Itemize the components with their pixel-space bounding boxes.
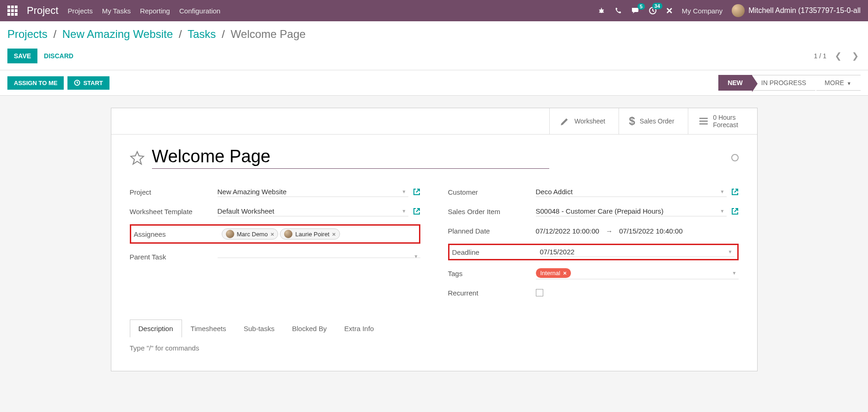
brand[interactable]: Project	[27, 5, 58, 17]
chevron-down-icon[interactable]: ▼	[732, 271, 737, 276]
soi-input[interactable]: S00048 - Customer Care (Prepaid Hours)▼	[536, 206, 727, 216]
tab-subtasks[interactable]: Sub-tasks	[235, 320, 284, 338]
nav-mytasks[interactable]: My Tasks	[102, 7, 131, 15]
forecast-button[interactable]: 0 Hours Forecast	[688, 108, 757, 134]
customer-label: Customer	[448, 188, 536, 196]
parent-input[interactable]: ▼	[218, 256, 420, 258]
action-row: SAVE DISCARD 1 / 1 ❮ ❯	[0, 45, 868, 70]
stage-bar: NEW IN PROGRESS MORE▼	[718, 75, 861, 91]
worksheet-template-field: Worksheet Template Default Worksheet▼	[130, 205, 420, 218]
wt-label: Worksheet Template	[130, 208, 218, 215]
pager-count: 1 / 1	[814, 52, 826, 60]
assignees-input[interactable]: Marc Demo × Laurie Poiret ×	[222, 228, 416, 240]
parent-label: Parent Task	[130, 253, 218, 261]
recurrent-field: Recurrent	[448, 286, 739, 299]
remove-icon[interactable]: ×	[271, 231, 274, 238]
apps-icon[interactable]	[7, 6, 18, 16]
nav-config[interactable]: Configuration	[179, 7, 220, 15]
assignees-label: Assignees	[134, 230, 222, 238]
assignee-chip: Laurie Poiret ×	[280, 228, 340, 240]
chevron-down-icon[interactable]: ▼	[414, 254, 419, 259]
wt-input[interactable]: Default Worksheet▼	[218, 206, 408, 216]
worksheet-button[interactable]: Worksheet	[549, 108, 619, 134]
chevron-down-icon: ▼	[847, 81, 851, 86]
stage-more[interactable]: MORE▼	[815, 75, 861, 91]
user-menu[interactable]: Mitchell Admin (17357797-15-0-all	[732, 4, 861, 17]
tag-chip: Internal ×	[536, 268, 571, 278]
discard-button[interactable]: DISCARD	[37, 49, 80, 63]
soi-label: Sales Order Item	[448, 208, 536, 215]
nav-reporting[interactable]: Reporting	[140, 7, 170, 15]
external-link-icon[interactable]	[731, 208, 739, 215]
activity-icon[interactable]: 34	[649, 6, 657, 15]
chat-badge: 5	[637, 3, 645, 10]
tab-extra-info[interactable]: Extra Info	[335, 320, 382, 338]
customer-input[interactable]: Deco Addict▼	[536, 187, 727, 197]
assign-to-me-button[interactable]: ASSIGN TO ME	[7, 76, 64, 90]
tab-description[interactable]: Description	[130, 320, 182, 338]
stage-in-progress[interactable]: IN PROGRESS	[752, 75, 815, 91]
list-icon	[698, 117, 709, 125]
sales-order-button[interactable]: $ Sales Order	[619, 108, 688, 134]
tags-label: Tags	[448, 270, 536, 277]
chevron-down-icon[interactable]: ▼	[720, 189, 725, 194]
phone-icon[interactable]	[614, 7, 622, 14]
planned-date-field: Planned Date 07/12/2022 10:00:00 → 07/15…	[448, 224, 739, 237]
deadline-field: Deadline 07/15/2022▼	[448, 244, 739, 260]
tabs: Description Timesheets Sub-tasks Blocked…	[111, 315, 757, 338]
tab-timesheets[interactable]: Timesheets	[182, 320, 235, 338]
smart-buttons: Worksheet $ Sales Order 0 Hours Forecast	[111, 108, 757, 135]
pager-prev-icon[interactable]: ❮	[833, 51, 844, 61]
tags-input[interactable]: Internal × ▼	[536, 267, 739, 279]
kanban-state-icon[interactable]	[731, 154, 739, 161]
crumb-tasks[interactable]: Tasks	[188, 28, 216, 40]
tab-blocked-by[interactable]: Blocked By	[283, 320, 335, 338]
chevron-down-icon[interactable]: ▼	[728, 249, 733, 254]
avatar	[732, 4, 745, 17]
sales-order-item-field: Sales Order Item S00048 - Customer Care …	[448, 205, 739, 218]
left-column: Project New Amazing Website▼ Worksheet T…	[130, 185, 420, 306]
nav-projects[interactable]: Projects	[67, 7, 92, 15]
planned-input[interactable]: 07/12/2022 10:00:00 → 07/15/2022 10:40:0…	[536, 226, 739, 236]
parent-task-field: Parent Task ▼	[130, 250, 420, 263]
deadline-label: Deadline	[452, 248, 540, 256]
dollar-icon: $	[629, 115, 635, 128]
bug-icon[interactable]	[598, 7, 605, 14]
stage-new[interactable]: NEW	[718, 75, 752, 91]
status-row: ASSIGN TO ME START NEW IN PROGRESS MORE▼	[0, 70, 868, 96]
external-link-icon[interactable]	[731, 188, 739, 196]
task-title-input[interactable]	[152, 147, 549, 169]
priority-star-icon[interactable]	[130, 150, 145, 165]
project-input[interactable]: New Amazing Website▼	[218, 187, 408, 197]
crumb-projects[interactable]: Projects	[7, 28, 48, 40]
breadcrumb-row: Projects / New Amazing Website / Tasks /…	[0, 21, 868, 45]
avatar	[284, 230, 292, 238]
recurrent-checkbox[interactable]	[536, 289, 543, 296]
remove-icon[interactable]: ×	[332, 231, 336, 238]
svg-point-0	[600, 9, 603, 13]
chat-icon[interactable]: 5	[631, 7, 639, 14]
tags-field: Tags Internal × ▼	[448, 267, 739, 280]
close-icon[interactable]	[666, 7, 673, 14]
external-link-icon[interactable]	[413, 208, 420, 215]
user-name: Mitchell Admin (17357797-15-0-all	[748, 6, 861, 15]
navbar: Project Projects My Tasks Reporting Conf…	[0, 0, 868, 21]
avatar	[226, 230, 234, 238]
start-button[interactable]: START	[67, 76, 109, 90]
remove-icon[interactable]: ×	[563, 270, 567, 277]
clock-icon	[74, 80, 80, 86]
company-selector[interactable]: My Company	[682, 7, 722, 15]
crumb-project[interactable]: New Amazing Website	[62, 28, 173, 40]
description-input[interactable]	[130, 344, 739, 352]
chevron-down-icon[interactable]: ▼	[720, 209, 725, 214]
activity-badge: 34	[652, 3, 662, 9]
external-link-icon[interactable]	[413, 188, 420, 196]
chevron-down-icon[interactable]: ▼	[402, 189, 407, 194]
pager-next-icon[interactable]: ❯	[850, 51, 861, 61]
save-button[interactable]: SAVE	[7, 49, 37, 63]
chevron-down-icon[interactable]: ▼	[402, 209, 407, 214]
right-column: Customer Deco Addict▼ Sales Order Item S…	[448, 185, 739, 306]
project-field: Project New Amazing Website▼	[130, 185, 420, 198]
deadline-input[interactable]: 07/15/2022▼	[540, 247, 734, 257]
planned-label: Planned Date	[448, 227, 536, 235]
